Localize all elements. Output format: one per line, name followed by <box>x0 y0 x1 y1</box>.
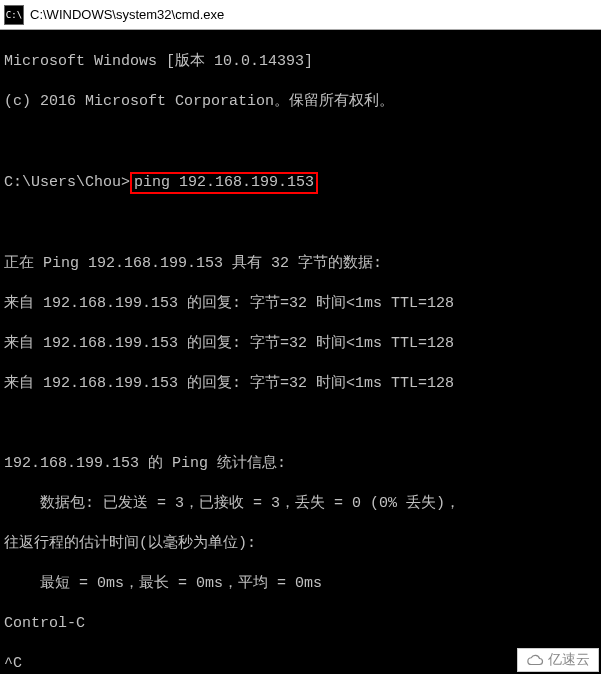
terminal-output[interactable]: Microsoft Windows [版本 10.0.14393] (c) 20… <box>0 30 601 674</box>
watermark: 亿速云 <box>517 648 599 672</box>
command-text: ping 192.168.199.153 <box>134 174 314 191</box>
cloud-icon <box>526 654 544 666</box>
ping-reply: 来自 192.168.199.153 的回复: 字节=32 时间<1ms TTL… <box>4 294 597 314</box>
control-c: Control-C <box>4 614 597 634</box>
watermark-text: 亿速云 <box>548 651 590 669</box>
window-title: C:\WINDOWS\system32\cmd.exe <box>30 7 224 22</box>
window-title-bar[interactable]: C:\ C:\WINDOWS\system32\cmd.exe <box>0 0 601 30</box>
ping-stats-packets: 数据包: 已发送 = 3，已接收 = 3，丢失 = 0 (0% 丢失)， <box>4 494 597 514</box>
banner-line: Microsoft Windows [版本 10.0.14393] <box>4 52 597 72</box>
prompt-line: C:\Users\Chou>ping 192.168.199.153 <box>4 172 597 194</box>
ping-rtt-values: 最短 = 0ms，最长 = 0ms，平均 = 0ms <box>4 574 597 594</box>
ping-reply: 来自 192.168.199.153 的回复: 字节=32 时间<1ms TTL… <box>4 334 597 354</box>
ping-rtt-title: 往返行程的估计时间(以毫秒为单位): <box>4 534 597 554</box>
ping-header: 正在 Ping 192.168.199.153 具有 32 字节的数据: <box>4 254 597 274</box>
blank-line <box>4 132 597 152</box>
caret-c: ^C <box>4 654 597 674</box>
cmd-icon: C:\ <box>4 5 24 25</box>
ping-reply: 来自 192.168.199.153 的回复: 字节=32 时间<1ms TTL… <box>4 374 597 394</box>
ping-stats-title: 192.168.199.153 的 Ping 统计信息: <box>4 454 597 474</box>
prompt: C:\Users\Chou> <box>4 174 130 191</box>
blank-line <box>4 414 597 434</box>
highlight-command-1: ping 192.168.199.153 <box>130 172 318 194</box>
blank-line <box>4 214 597 234</box>
banner-line: (c) 2016 Microsoft Corporation。保留所有权利。 <box>4 92 597 112</box>
